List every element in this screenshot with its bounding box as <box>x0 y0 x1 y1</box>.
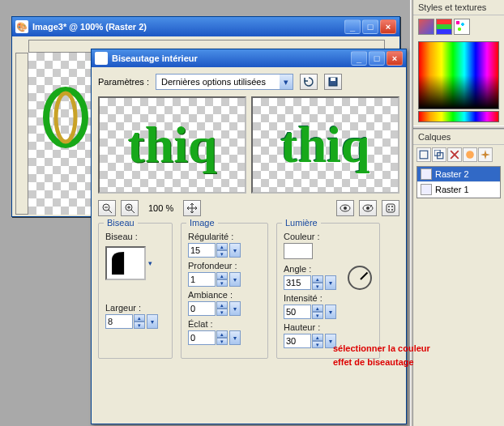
svg-point-25 <box>388 209 390 211</box>
annotation-line2: effet de biseautage <box>333 356 430 369</box>
svg-rect-22 <box>387 204 395 212</box>
annotation-text: sélectionner la couleur effet de biseaut… <box>333 342 430 368</box>
spin-down[interactable]: ▾ <box>216 250 228 258</box>
spin-up[interactable]: ▴ <box>216 301 228 309</box>
hue-strip[interactable] <box>418 111 499 122</box>
image-window-titlebar[interactable]: 🎨 Image3* @ 100% (Raster 2) _ □ × <box>12 17 399 36</box>
biseau-shape-preview[interactable] <box>105 246 146 280</box>
largeur-menu[interactable]: ▾ <box>147 314 158 329</box>
ruler-vertical <box>15 53 28 215</box>
spin-down[interactable]: ▾ <box>312 341 323 348</box>
chevron-down-icon: ▾ <box>280 75 293 89</box>
zoom-out-button[interactable] <box>98 200 116 216</box>
dialog-close-button[interactable]: × <box>387 51 403 66</box>
couleur-swatch[interactable] <box>284 243 313 259</box>
svg-point-23 <box>388 206 390 207</box>
hauteur-input[interactable] <box>284 334 311 348</box>
parameters-value: Dernières options utilisées <box>156 77 280 87</box>
spin-up[interactable]: ▴ <box>312 275 323 283</box>
spin-down[interactable]: ▾ <box>216 338 228 345</box>
group-biseau: Biseau Biseau : ▾ Largeur : ▴▾ ▾ <box>98 223 173 359</box>
svg-point-24 <box>391 206 393 207</box>
color-picker-area[interactable] <box>418 41 499 109</box>
spin-down[interactable]: ▾ <box>312 283 323 290</box>
spin-up[interactable]: ▴ <box>216 330 228 338</box>
preview-text: thiq <box>127 115 216 175</box>
angle-menu[interactable]: ▾ <box>325 275 336 290</box>
profondeur-input[interactable] <box>188 272 216 287</box>
layer-row[interactable]: Raster 1 <box>417 182 500 198</box>
layer-label: Raster 2 <box>435 169 469 179</box>
preview-before[interactable]: thiq <box>98 96 246 194</box>
ambiance-input[interactable] <box>188 301 216 316</box>
group-image: Image Régularité : ▴▾▾ Profondeur : ▴▾▾ … <box>181 223 268 359</box>
layer-tool-new[interactable] <box>416 147 431 162</box>
dialog-maximize-button[interactable]: □ <box>369 51 385 66</box>
spin-down[interactable]: ▾ <box>134 322 145 329</box>
reset-button[interactable] <box>300 74 318 90</box>
spin-up[interactable]: ▴ <box>312 334 323 341</box>
layer-tool-del[interactable] <box>447 147 462 162</box>
swatch-solid[interactable] <box>418 19 434 35</box>
largeur-label: Largeur : <box>105 303 165 313</box>
preview-after[interactable]: thiq <box>251 96 399 194</box>
styles-swatches <box>413 15 504 38</box>
spin-down[interactable]: ▾ <box>312 312 323 319</box>
biseau-shape-dropdown[interactable]: ▾ <box>148 259 152 267</box>
eclat-menu[interactable]: ▾ <box>229 330 241 345</box>
group-title: Lumière <box>282 218 321 228</box>
layer-tool-mask[interactable] <box>463 147 477 162</box>
svg-line-15 <box>131 210 135 213</box>
preview-text: thiq <box>280 115 369 175</box>
angle-dial[interactable] <box>348 266 372 290</box>
layer-tool-fx[interactable] <box>478 147 493 162</box>
intensite-label: Intensité : <box>284 293 373 303</box>
layers-panel: Calques Raster 2 Raster 1 <box>413 129 504 198</box>
regularite-menu[interactable]: ▾ <box>229 243 241 258</box>
layer-tool-dup[interactable] <box>432 147 446 162</box>
preview-toolbar: 100 % <box>98 200 399 216</box>
eye-before-button[interactable] <box>336 200 354 216</box>
zoom-percent: 100 % <box>148 203 173 213</box>
swatch-gradient[interactable] <box>436 19 452 35</box>
dialog-icon: ◆ <box>95 52 108 65</box>
parameters-combo[interactable]: Dernières options utilisées ▾ <box>156 74 293 90</box>
save-preset-button[interactable] <box>324 74 342 90</box>
spin-up[interactable]: ▴ <box>216 272 228 279</box>
ambiance-menu[interactable]: ▾ <box>229 301 241 316</box>
dialog-titlebar[interactable]: ◆ Biseautage intérieur _ □ × <box>92 49 406 67</box>
layer-label: Raster 1 <box>435 185 469 194</box>
svg-point-5 <box>466 151 474 159</box>
largeur-input[interactable] <box>105 314 133 329</box>
randomize-button[interactable] <box>382 200 399 216</box>
styles-panel-title: Styles et textures <box>413 0 504 15</box>
spin-up[interactable]: ▴ <box>134 314 145 322</box>
swatch-pattern[interactable] <box>454 19 470 35</box>
group-title: Biseau <box>104 218 138 228</box>
layer-row[interactable]: Raster 2 <box>417 167 500 182</box>
eclat-input[interactable] <box>188 330 216 345</box>
dialog-minimize-button[interactable]: _ <box>351 51 367 66</box>
pan-button[interactable] <box>183 200 201 216</box>
intensite-menu[interactable]: ▾ <box>325 305 336 319</box>
svg-rect-10 <box>331 78 335 81</box>
eye-after-button[interactable] <box>359 200 377 216</box>
profondeur-menu[interactable]: ▾ <box>229 272 241 287</box>
zoom-in-button[interactable] <box>121 200 139 216</box>
spin-down[interactable]: ▾ <box>216 309 228 316</box>
angle-input[interactable] <box>284 275 311 290</box>
maximize-button[interactable]: □ <box>362 19 378 34</box>
close-button[interactable]: × <box>380 19 396 34</box>
layer-icon <box>421 184 432 195</box>
intensite-input[interactable] <box>284 305 311 319</box>
minimize-button[interactable]: _ <box>344 19 361 34</box>
profondeur-label: Profondeur : <box>188 261 261 271</box>
image-window-title: Image3* @ 100% (Raster 2) <box>32 22 147 32</box>
group-lumiere: Lumière Couleur : Angle : ▴▾▾ Intensité … <box>276 223 380 359</box>
svg-point-26 <box>391 209 393 211</box>
spin-down[interactable]: ▾ <box>216 279 228 287</box>
spin-up[interactable]: ▴ <box>216 243 228 250</box>
group-title: Image <box>186 218 218 228</box>
spin-up[interactable]: ▴ <box>312 305 323 312</box>
regularite-input[interactable] <box>188 243 216 258</box>
